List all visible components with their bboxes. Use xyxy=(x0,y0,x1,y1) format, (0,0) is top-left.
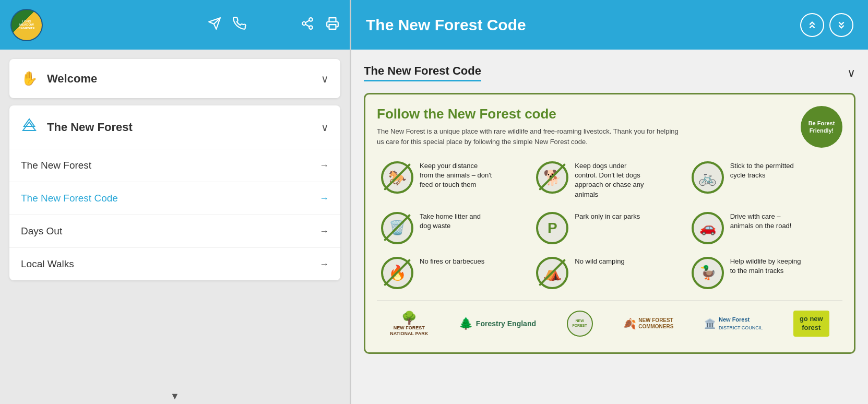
header-icons xyxy=(208,17,339,33)
rule-item: 🐎 Keep your distance from the animals – … xyxy=(377,155,532,206)
forest-code-box: Follow the New Forest code The New Fores… xyxy=(364,93,855,354)
nav-item-days-out[interactable]: Days Out → xyxy=(9,215,340,248)
rule-item: ⛺ No wild camping xyxy=(532,251,687,295)
nav-item-the-new-forest[interactable]: The New Forest → xyxy=(9,149,340,182)
welcome-header[interactable]: ✋ Welcome ∨ xyxy=(9,59,340,98)
nav-item-label: Days Out xyxy=(21,225,62,237)
new-forest-chevron: ∨ xyxy=(321,121,329,134)
seal-circle-icon: NEW FOREST xyxy=(567,311,593,337)
rule-text: Park only in car parks xyxy=(575,212,640,221)
new-forest-items: The New Forest → The New Forest Code → D… xyxy=(9,149,340,280)
scroll-down-button[interactable] xyxy=(829,13,853,37)
svg-line-5 xyxy=(305,25,309,27)
left-nav-content: ✋ Welcome ∨ The New Forest ∨ The New Fo xyxy=(0,50,350,388)
rule-item: 🚲 Stick to the permitted cycle tracks xyxy=(687,155,842,206)
svg-rect-7 xyxy=(329,25,336,29)
left-header: LONGMEADOWCAMPSITE xyxy=(0,0,350,50)
right-panel: The New Forest Code The New Forest Code … xyxy=(350,0,868,404)
nav-item-arrow: → xyxy=(319,259,329,270)
rule-icon-cycle: 🚲 xyxy=(692,161,724,194)
share-icon[interactable] xyxy=(301,17,314,33)
rule-text: Stick to the permitted cycle tracks xyxy=(730,161,803,180)
logo-nf-seal: NEW FOREST xyxy=(567,311,593,337)
welcome-icon: ✋ xyxy=(21,70,38,87)
rule-item: 🐕 Keep dogs under control. Don't let dog… xyxy=(532,155,687,206)
logo-forestry-england: 🌲 Forestry England xyxy=(459,317,536,330)
be-forest-badge: Be Forest Friendly! xyxy=(801,106,842,148)
rule-item: 🚗 Drive with care – animals on the road! xyxy=(687,206,842,251)
rule-icon-wildlife: 🦆 xyxy=(692,257,724,289)
logo-nfdc: 🏛️ New ForestDISTRICT COUNCIL xyxy=(704,316,763,331)
nav-item-local-walks[interactable]: Local Walks → xyxy=(9,248,340,280)
scroll-down-arrow: ▼ xyxy=(170,391,180,402)
rule-text: No wild camping xyxy=(575,257,624,266)
section-title: The New Forest Code xyxy=(364,64,481,81)
forest-code-header: Follow the New Forest code The New Fores… xyxy=(377,106,842,148)
nav-item-label: The New Forest xyxy=(21,160,91,171)
rule-icon-camping: ⛺ xyxy=(536,257,568,289)
section-chevron[interactable]: ∨ xyxy=(847,66,855,80)
nav-item-forest-code[interactable]: The New Forest Code → xyxy=(9,182,340,215)
rule-icon-fire: 🔥 xyxy=(381,257,413,289)
nav-item-arrow: → xyxy=(319,226,329,237)
left-panel: LONGMEADOWCAMPSITE xyxy=(0,0,350,404)
new-forest-title: The New Forest xyxy=(47,121,312,134)
nav-item-label: Local Walks xyxy=(21,258,74,270)
rule-text: Keep dogs under control. Don't let dogs … xyxy=(575,161,648,199)
rule-text: Drive with care – animals on the road! xyxy=(730,212,803,231)
rule-text: Keep your distance from the animals – do… xyxy=(420,161,493,190)
rule-icon-drive: 🚗 xyxy=(692,212,724,244)
rule-icon-parking: P xyxy=(536,212,568,244)
rule-item: 🗑️ Take home litter and dog waste xyxy=(377,206,532,251)
welcome-title: Welcome xyxy=(47,72,312,86)
welcome-chevron: ∨ xyxy=(321,73,329,85)
rule-item: P Park only in car parks xyxy=(532,206,687,251)
forest-code-desc: The New Forest is a unique place with ra… xyxy=(377,126,680,147)
nav-section-welcome: ✋ Welcome ∨ xyxy=(9,59,340,98)
send-icon[interactable] xyxy=(208,17,221,33)
logo-nfc: 🍂 NEW FORESTCOMMONERS xyxy=(623,317,673,330)
nav-section-new-forest: The New Forest ∨ The New Forest → The Ne… xyxy=(9,105,340,280)
right-content: The New Forest Code ∨ Follow the New For… xyxy=(351,50,868,404)
section-header: The New Forest Code ∨ xyxy=(364,59,855,86)
nav-item-arrow: → xyxy=(319,160,329,171)
phone-icon[interactable] xyxy=(233,17,246,33)
rule-item: 🦆 Help wildlife by keeping to the main t… xyxy=(687,251,842,295)
forest-code-text: Follow the New Forest code The New Fores… xyxy=(377,106,680,147)
logos-divider xyxy=(377,301,842,301)
nav-item-arrow-active: → xyxy=(319,193,329,204)
new-forest-header[interactable]: The New Forest ∨ xyxy=(9,105,340,149)
left-footer: ▼ xyxy=(0,388,350,404)
rules-grid: 🐎 Keep your distance from the animals – … xyxy=(377,155,842,295)
rule-text: Help wildlife by keeping to the main tra… xyxy=(730,257,803,276)
right-header-title: The New Forest Code xyxy=(366,16,800,34)
right-header-controls xyxy=(800,13,853,37)
rule-icon-litter: 🗑️ xyxy=(381,212,413,244)
logos-row: 🌳 NEW FORESTNATIONAL PARK 🌲 Forestry Eng… xyxy=(377,306,842,341)
rule-icon-animal-distance: 🐎 xyxy=(381,161,413,194)
rule-text: No fires or barbecues xyxy=(420,257,484,266)
forest-icon xyxy=(21,117,38,137)
logo-go-new-forest: go newforest xyxy=(793,311,829,337)
nav-item-label-active: The New Forest Code xyxy=(21,193,118,204)
forest-code-title: Follow the New Forest code xyxy=(377,106,680,122)
rule-text: Take home litter and dog waste xyxy=(420,212,493,231)
svg-line-6 xyxy=(305,20,309,22)
logo-nfnp: 🌳 NEW FORESTNATIONAL PARK xyxy=(390,311,428,337)
app-logo[interactable]: LONGMEADOWCAMPSITE xyxy=(10,9,43,41)
scroll-up-button[interactable] xyxy=(800,13,824,37)
rule-item: 🔥 No fires or barbecues xyxy=(377,251,532,295)
print-icon[interactable] xyxy=(326,17,339,33)
right-header: The New Forest Code xyxy=(351,0,868,50)
logo-image: LONGMEADOWCAMPSITE xyxy=(11,10,42,40)
rule-icon-dogs: 🐕 xyxy=(536,161,568,194)
